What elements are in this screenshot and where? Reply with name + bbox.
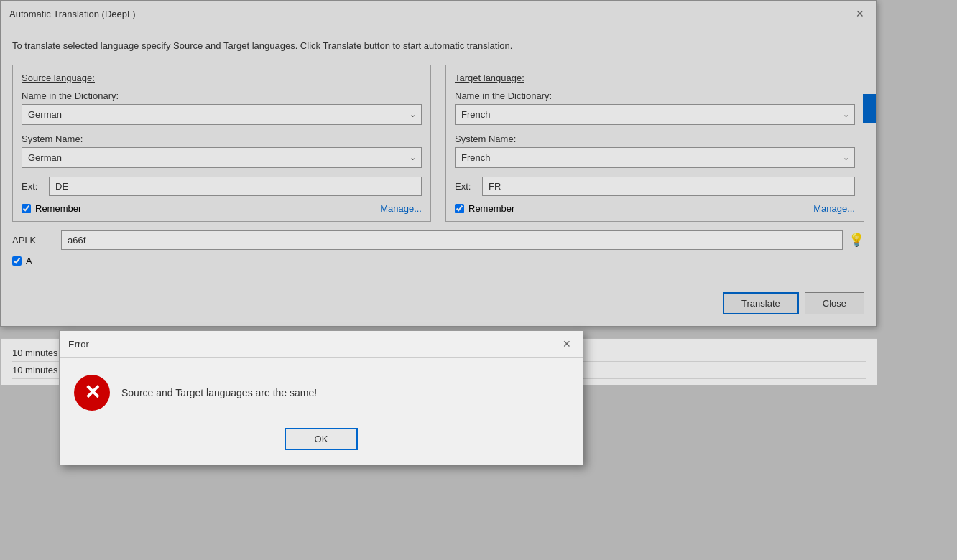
error-overlay bbox=[0, 0, 957, 560]
error-title: Error bbox=[68, 339, 89, 350]
error-dialog: Error ✕ ✕ Source and Target languages ar… bbox=[59, 330, 583, 465]
error-body: ✕ Source and Target languages are the sa… bbox=[60, 358, 583, 428]
error-close-button[interactable]: ✕ bbox=[560, 337, 574, 351]
error-buttons: OK bbox=[60, 428, 583, 465]
error-close-icon: ✕ bbox=[563, 338, 571, 350]
error-titlebar: Error ✕ bbox=[60, 331, 583, 358]
error-ok-button[interactable]: OK bbox=[285, 428, 359, 450]
error-x-icon: ✕ bbox=[84, 383, 101, 403]
error-icon: ✕ bbox=[74, 375, 110, 411]
error-message: Source and Target languages are the same… bbox=[121, 387, 317, 398]
